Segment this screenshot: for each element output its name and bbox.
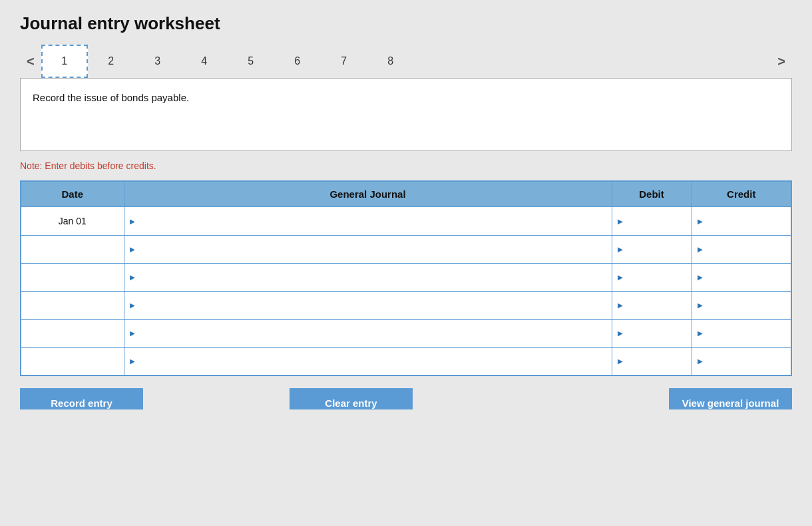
arrow-icon-j3: ► [128,272,137,282]
debit-input-4[interactable] [626,292,688,319]
journal-input-3[interactable] [138,264,608,291]
journal-cell-3[interactable]: ► [124,264,612,292]
credit-cell-3[interactable]: ► [692,264,791,292]
journal-input-5[interactable] [138,320,608,347]
journal-input-4[interactable] [138,292,608,319]
arrow-icon-d3: ► [616,272,625,282]
journal-input-1[interactable] [138,207,608,235]
bottom-buttons: Record entry Clear entry View general jo… [20,388,792,409]
table-row: ► ► ► [21,292,791,320]
nav-tab-2[interactable]: 2 [88,45,134,78]
journal-cell-6[interactable]: ► [124,348,612,376]
credit-cell-5[interactable]: ► [692,320,791,348]
instruction-text: Record the issue of bonds payable. [33,92,189,103]
arrow-icon-d2: ► [616,244,625,254]
nav-tab-8[interactable]: 8 [367,45,414,78]
nav-tab-5[interactable]: 5 [228,45,274,78]
nav-tab-7[interactable]: 7 [321,45,367,78]
nav-tab-3[interactable]: 3 [134,45,181,78]
nav-tabs: 1 2 3 4 5 6 7 8 [41,45,414,78]
journal-cell-4[interactable]: ► [124,292,612,320]
arrow-icon-d5: ► [616,328,625,338]
journal-cell-1[interactable]: ► [124,207,612,236]
debit-input-1[interactable] [626,207,688,235]
nav-bar: < 1 2 3 4 5 6 7 8 > [20,45,792,78]
debit-input-6[interactable] [626,348,688,375]
debit-cell-1[interactable]: ► [612,207,692,236]
col-header-debit: Debit [612,181,692,207]
journal-input-2[interactable] [138,236,608,263]
arrow-icon-c2: ► [696,244,705,254]
arrow-icon-c3: ► [696,272,705,282]
arrow-icon-d1: ► [616,216,625,226]
table-row: ► ► ► [21,348,791,376]
date-cell-2 [21,236,124,264]
arrow-icon-d6: ► [616,356,625,366]
arrow-icon-c4: ► [696,300,705,310]
date-cell-5 [21,320,124,348]
debit-cell-2[interactable]: ► [612,236,692,264]
credit-input-6[interactable] [706,348,788,375]
arrow-icon-j4: ► [128,300,137,310]
col-header-general-journal: General Journal [124,181,612,207]
date-cell-4 [21,292,124,320]
journal-cell-5[interactable]: ► [124,320,612,348]
arrow-icon-c1: ► [696,216,705,226]
view-general-journal-button[interactable]: View general journal [669,388,792,409]
debit-cell-6[interactable]: ► [612,348,692,376]
nav-tab-6[interactable]: 6 [274,45,321,78]
date-cell-3 [21,264,124,292]
nav-tab-1[interactable]: 1 [41,45,88,78]
journal-table: Date General Journal Debit Credit Jan 01… [20,180,792,376]
credit-cell-6[interactable]: ► [692,348,791,376]
debit-cell-5[interactable]: ► [612,320,692,348]
credit-input-4[interactable] [706,292,788,319]
col-header-credit: Credit [692,181,791,207]
table-row: ► ► ► [21,320,791,348]
date-cell-6 [21,348,124,376]
credit-cell-1[interactable]: ► [692,207,791,236]
credit-input-3[interactable] [706,264,788,291]
credit-cell-2[interactable]: ► [692,236,791,264]
journal-cell-2[interactable]: ► [124,236,612,264]
debit-cell-4[interactable]: ► [612,292,692,320]
credit-cell-4[interactable]: ► [692,292,791,320]
col-header-date: Date [21,181,124,207]
arrow-icon-j2: ► [128,244,137,254]
note-text: Note: Enter debits before credits. [20,160,792,171]
nav-right-arrow[interactable]: > [771,50,792,73]
nav-tab-4[interactable]: 4 [181,45,228,78]
credit-input-1[interactable] [706,207,788,235]
date-cell-1: Jan 01 [21,207,124,236]
page-title: Journal entry worksheet [20,13,792,34]
journal-input-6[interactable] [138,348,608,375]
instruction-box: Record the issue of bonds payable. [20,78,792,151]
date-value-1: Jan 01 [24,207,121,235]
arrow-icon-d4: ► [616,300,625,310]
clear-entry-button[interactable]: Clear entry [290,388,413,409]
arrow-icon-c6: ► [696,356,705,366]
debit-input-2[interactable] [626,236,688,263]
debit-cell-3[interactable]: ► [612,264,692,292]
arrow-icon-j5: ► [128,328,137,338]
record-entry-button[interactable]: Record entry [20,388,143,409]
table-row: ► ► ► [21,264,791,292]
table-row: ► ► ► [21,236,791,264]
credit-input-5[interactable] [706,320,788,347]
debit-input-3[interactable] [626,264,688,291]
debit-input-5[interactable] [626,320,688,347]
nav-left-arrow[interactable]: < [20,50,41,73]
arrow-icon-j6: ► [128,356,137,366]
credit-input-2[interactable] [706,236,788,263]
arrow-icon-c5: ► [696,328,705,338]
table-row: Jan 01 ► ► ► [21,207,791,236]
arrow-icon-j1: ► [128,216,137,226]
